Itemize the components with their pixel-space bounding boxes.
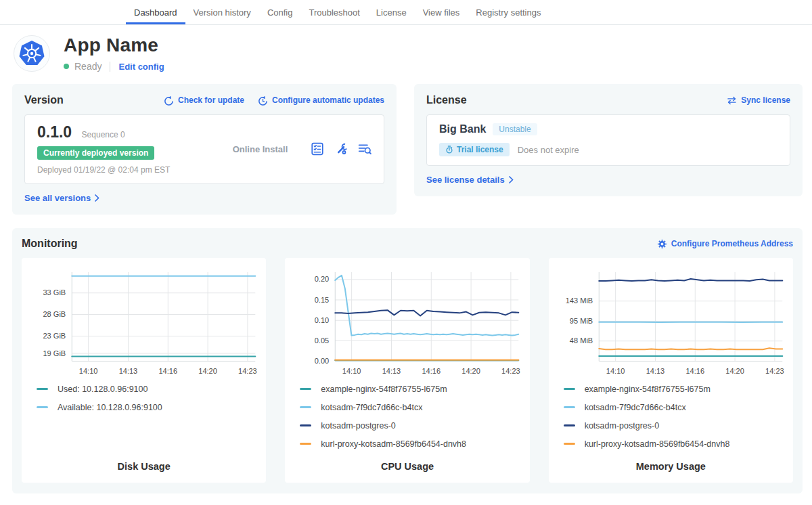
preflight-checks-icon[interactable] [311,142,324,156]
gear-icon [657,239,667,249]
app-logo [14,35,50,72]
tab-view-files[interactable]: View files [415,0,468,24]
deployed-badge: Currently deployed version [37,146,154,160]
svg-text:0.00: 0.00 [315,357,329,365]
disk-usage-chart-card: 33 GiB28 GiB23 GiB19 GiB14:1014:1314:161… [22,258,266,483]
legend-item: example-nginx-54f8f76755-l675m [564,385,786,394]
tab-troubleshoot[interactable]: Troubleshoot [300,0,367,24]
chevron-right-icon [95,194,99,202]
svg-text:19 GiB: 19 GiB [43,349,66,357]
legend-label: example-nginx-54f8f76755-l675m [321,385,447,394]
legend-label: kotsadm-postgres-0 [585,421,659,431]
legend-label: kurl-proxy-kotsadm-8569fb6454-dnvh8 [585,439,730,449]
deployed-timestamp: Deployed 01/19/22 @ 02:04 pm EST [37,165,210,175]
see-all-versions-link[interactable]: See all versions [24,193,99,203]
legend-label: kurl-proxy-kotsadm-8569fb6454-dnvh8 [321,439,466,449]
legend-label: kotsadm-postgres-0 [321,421,395,431]
svg-text:14:13: 14:13 [119,367,138,375]
edit-config-link[interactable]: Edit config [118,62,164,72]
legend-swatch-icon [564,443,575,445]
svg-text:14:10: 14:10 [606,367,625,375]
tab-dashboard[interactable]: Dashboard [126,0,185,24]
svg-text:0.05: 0.05 [315,336,329,345]
svg-text:14:23: 14:23 [238,367,257,375]
app-header: App Name Ready Edit config [0,25,812,76]
disk-usage-chart: 33 GiB28 GiB23 GiB19 GiB14:1014:1314:161… [28,266,259,379]
sync-icon [727,96,737,105]
summary-cards-row: Version Check for update [0,76,812,215]
legend-swatch-icon [37,388,48,390]
chart-line [599,348,782,349]
install-type: Online Install [210,144,311,154]
legend-label: example-nginx-54f8f76755-l675m [585,385,710,394]
svg-text:14:16: 14:16 [158,367,177,375]
version-number: 0.1.0 [37,123,72,141]
license-expiry: Does not expire [518,145,579,155]
legend-swatch-icon [564,388,575,390]
svg-text:14:20: 14:20 [725,367,744,375]
cpu-usage-chart: 0.200.150.100.050.0014:1014:1314:1614:20… [292,266,522,379]
sync-license-link[interactable]: Sync license [727,95,790,105]
see-license-details-link[interactable]: See license details [426,175,514,185]
configure-prometheus-link[interactable]: Configure Prometheus Address [657,239,793,249]
license-details-card: Big Bank Unstable Trial license Do [426,114,790,166]
top-nav: Dashboard Version history Config Trouble… [0,0,812,25]
cpu-usage-chart-card: 0.200.150.100.050.0014:1014:1314:1614:20… [285,258,529,483]
chart-title: Memory Usage [556,461,786,475]
scheduled-update-icon [258,95,268,106]
svg-text:14:20: 14:20 [198,367,217,375]
version-sequence: Sequence 0 [82,130,125,139]
monitoring-section: Monitoring Configure Prometheus Address … [12,228,803,493]
kubernetes-icon [18,40,45,67]
version-card: Version Check for update [12,84,397,215]
license-card: License Sync license Big Bank Unstable [414,84,803,196]
svg-text:14:20: 14:20 [462,367,481,375]
page-title: App Name [64,35,164,56]
edit-config-tools-icon[interactable] [334,142,348,156]
svg-text:14:13: 14:13 [646,367,664,375]
check-for-update-link[interactable]: Check for update [164,95,244,106]
view-logs-icon[interactable] [358,142,371,156]
svg-text:28 GiB: 28 GiB [43,310,66,318]
legend-swatch-icon [37,406,48,408]
svg-text:14:16: 14:16 [685,367,704,375]
legend-label: Used: 10.128.0.96:9100 [58,385,148,394]
legend-item: kotsadm-postgres-0 [300,421,522,431]
legend-item: Available: 10.128.0.96:9100 [37,403,259,412]
tab-version-history[interactable]: Version history [185,0,259,24]
legend-swatch-icon [300,443,311,445]
legend-label: kotsadm-7f9dc7d66c-b4tcx [585,403,686,412]
chart-legend: Used: 10.128.0.96:9100Available: 10.128.… [37,385,259,421]
svg-text:14:23: 14:23 [765,367,784,375]
refresh-icon [164,95,174,106]
app-status: Ready [74,61,102,72]
legend-item: kotsadm-7f9dc7d66c-b4tcx [564,403,786,412]
svg-text:14:23: 14:23 [501,367,520,375]
chevron-right-icon [509,176,514,183]
svg-text:23 GiB: 23 GiB [43,332,66,340]
svg-text:95 MiB: 95 MiB [570,317,593,325]
monitoring-title: Monitoring [22,238,78,250]
svg-text:14:13: 14:13 [382,367,401,375]
legend-item: kurl-proxy-kotsadm-8569fb6454-dnvh8 [300,439,522,449]
legend-item: Used: 10.128.0.96:9100 [37,385,259,394]
legend-item: kurl-proxy-kotsadm-8569fb6454-dnvh8 [564,439,786,449]
legend-swatch-icon [564,406,575,408]
svg-text:0.10: 0.10 [315,316,329,324]
license-title: License [426,94,467,106]
tab-registry-settings[interactable]: Registry settings [468,0,549,24]
chart-legend: example-nginx-54f8f76755-l675mkotsadm-7f… [300,385,522,458]
memory-usage-chart: 143 MiB95 MiB48 MiB14:1014:1314:1614:201… [556,266,786,379]
legend-swatch-icon [300,424,311,426]
svg-text:33 GiB: 33 GiB [43,288,66,297]
tab-config[interactable]: Config [259,0,301,24]
chart-line [336,276,519,336]
svg-text:14:10: 14:10 [342,367,361,375]
svg-text:48 MiB: 48 MiB [570,336,593,345]
configure-automatic-updates-link[interactable]: Configure automatic updates [258,95,384,106]
chart-line [336,310,519,315]
tab-license[interactable]: License [368,0,415,24]
version-title: Version [24,94,64,106]
customer-name: Big Bank [439,123,486,135]
status-dot-icon [64,64,69,69]
